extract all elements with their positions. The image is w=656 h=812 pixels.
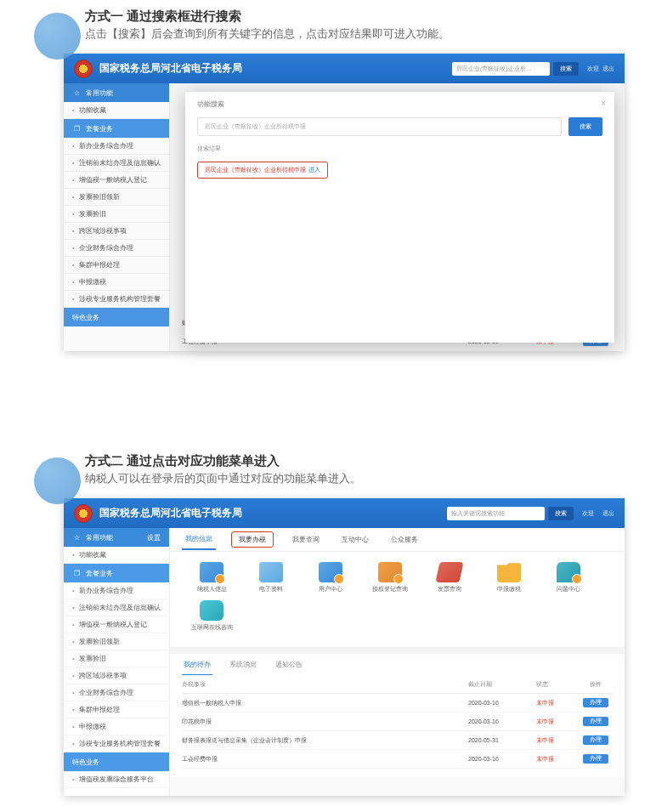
modal-backdrop: 功能搜索 × 居民企业（查账征收）企业所得税申报 搜索 搜索结果 居民企业（查账… [64, 83, 625, 351]
sidebar-item[interactable]: 涉税专业服务机构管理套餐 [64, 735, 169, 752]
col-item: 办税事项 [182, 680, 468, 689]
col-action: 操作 [579, 680, 613, 689]
top-search-input[interactable]: 居民企业(查账征收)企业所… [452, 62, 550, 76]
action-button[interactable]: 办理 [583, 754, 608, 764]
shortcut-auth-query[interactable]: 授权登记查询 [360, 562, 420, 593]
sidebar-item[interactable]: 申报缴税 [64, 718, 169, 735]
results-heading: 搜索结果 [197, 145, 602, 153]
close-icon[interactable]: × [601, 99, 606, 108]
app-screenshot-2: 国家税务总局河北省电子税务局 输入关键词搜索功能 搜索 欢迎 退出 ☆常用功能 … [64, 498, 625, 796]
col-status: 状态 [536, 680, 579, 689]
side-group-common[interactable]: ☆常用功能 设置 [64, 528, 169, 547]
col-deadline: 截止日期 [468, 680, 536, 689]
side-group-special[interactable]: 特色业务 [64, 752, 169, 771]
shortcut-grid: 纳税人信息 电子资料 用户中心 授权登记查询 发票查询 申报缴税 问题中心 互联… [170, 552, 625, 647]
modal-title: 功能搜索 [197, 100, 602, 109]
headset-icon [200, 600, 223, 621]
action-button[interactable]: 办理 [583, 735, 608, 745]
action-button[interactable]: 办理 [583, 717, 608, 726]
app-title: 国家税务总局河北省电子税务局 [99, 61, 452, 76]
shortcut-question-center[interactable]: 问题中心 [539, 562, 598, 593]
sub-tab-notice[interactable]: 通知公告 [274, 661, 304, 675]
table-row: 财务报表报送与信息采集（企业会计制度）申报 2020-05-31 未申报 办理 [182, 731, 613, 750]
section-2: 方式二 通过点击对应功能菜单进入 纳税人可以在登录后的页面中通过对应的功能菜单进… [0, 445, 656, 796]
tax-logo-icon [74, 60, 93, 78]
action-button[interactable]: 办理 [583, 698, 608, 707]
section-2-sub: 纳税人可以在登录后的页面中通过对应的功能菜单进入。 [85, 472, 656, 486]
shortcut-invoice-query[interactable]: 发票查询 [420, 562, 479, 593]
shortcut-taxpayer-info[interactable]: 纳税人信息 [182, 562, 241, 593]
cube-icon: ❐ [72, 569, 82, 578]
shortcut-user-center[interactable]: 用户中心 [301, 562, 360, 593]
section-1: 方式一 通过搜索框进行搜索 点击【搜索】后会查询到所有关键字的信息，点击对应结果… [0, 0, 656, 351]
ticket-icon [435, 562, 463, 582]
printer-icon [259, 562, 283, 582]
shortcut-edoc[interactable]: 电子资料 [241, 562, 301, 593]
shortcut-declare-pay[interactable]: 申报缴税 [479, 562, 539, 593]
sidebar-item[interactable]: 跨区域涉税事项 [64, 667, 169, 684]
table-row: 增值税一般纳税人申报 2020-03-16 未申报 办理 [182, 694, 613, 713]
top-search-button[interactable]: 搜索 [548, 507, 574, 520]
tab-public[interactable]: 公众服务 [387, 530, 421, 549]
sidebar-item[interactable]: 增值税一般纳税人登记 [64, 616, 169, 633]
tab-my-info[interactable]: 我的信息 [182, 529, 216, 550]
search-modal: 功能搜索 × 居民企业（查账征收）企业所得税申报 搜索 搜索结果 居民企业（查账… [185, 92, 614, 343]
tab-do-tax[interactable]: 我要办税 [231, 531, 274, 548]
modal-search-input[interactable]: 居民企业（查账征收）企业所得税申报 [197, 117, 562, 136]
clipboard-icon [378, 562, 402, 582]
sidebar-item[interactable]: 发票验旧 [64, 650, 169, 667]
table-row: 工会经费申报 2020-03-16 未申报 办理 [182, 750, 613, 769]
doc-icon [319, 562, 342, 582]
top-search-input[interactable]: 输入关键词搜索功能 [447, 507, 545, 520]
exit-link[interactable]: 退出 [602, 65, 614, 73]
sidebar-item[interactable]: 增值税发票综合服务平台 [64, 771, 169, 788]
sidebar: ☆常用功能 设置 功能收藏 ❐套餐业务 新办业务综合办理 注销前未结办理及信息确… [64, 528, 170, 796]
tab-query[interactable]: 我要查询 [289, 530, 323, 549]
settings-link[interactable]: 设置 [147, 533, 161, 542]
tax-logo-icon [74, 504, 93, 523]
table-row: 印花税申报 2020-03-16 未申报 办理 [182, 713, 613, 731]
sidebar-item[interactable]: 企业财务综合办理 [64, 684, 169, 701]
decoration-circle [34, 13, 81, 60]
sub-tab-todo[interactable]: 我的待办 [182, 661, 212, 675]
side-group-package[interactable]: ❐套餐业务 [64, 564, 169, 582]
todo-table: 办税事项 截止日期 状态 操作 增值税一般纳税人申报 2020-03-16 未申… [170, 675, 625, 777]
main-tabs: 我的信息 我要办税 我要查询 互动中心 公众服务 [170, 528, 625, 552]
section-1-sub: 点击【搜索】后会查询到所有关键字的信息，点击对应结果即可进入功能。 [85, 27, 656, 42]
user-welcome: 欢迎 [587, 65, 599, 73]
top-search-button[interactable]: 搜索 [553, 62, 579, 76]
decoration-circle [34, 457, 81, 504]
shortcut-online-consult[interactable]: 互联网在线咨询 [182, 600, 241, 632]
exit-link[interactable]: 退出 [602, 509, 614, 518]
sidebar-item[interactable]: 集群申报处理 [64, 701, 169, 718]
app-title: 国家税务总局河北省电子税务局 [99, 506, 447, 520]
sidebar-item[interactable]: 新办业务综合办理 [64, 582, 169, 599]
star-icon: ☆ [72, 533, 82, 542]
tab-interact[interactable]: 互动中心 [338, 530, 372, 549]
modal-search-button[interactable]: 搜索 [568, 117, 602, 136]
chat-icon [557, 562, 580, 582]
sub-tabs: 我的待办 系统消息 通知公告 [170, 647, 625, 675]
search-result-item[interactable]: 居民企业（查账征收）企业所得税申报进入 [197, 162, 328, 179]
user-welcome: 欢迎 [582, 509, 594, 518]
section-2-title: 方式二 通过点击对应功能菜单进入 [85, 453, 656, 469]
card-icon [200, 562, 223, 582]
sidebar-item[interactable]: 功能收藏 [64, 547, 169, 564]
sidebar-item[interactable]: 发票验旧领新 [64, 633, 169, 650]
app-screenshot-1: 国家税务总局河北省电子税务局 居民企业(查账征收)企业所… 搜索 欢迎 退出 ☆… [64, 54, 625, 351]
sidebar-item[interactable]: 注销前未结办理及信息确认 [64, 599, 169, 616]
section-1-title: 方式一 通过搜索框进行搜索 [85, 9, 656, 25]
folder-icon [497, 562, 521, 582]
sub-tab-msg[interactable]: 系统消息 [228, 661, 258, 675]
